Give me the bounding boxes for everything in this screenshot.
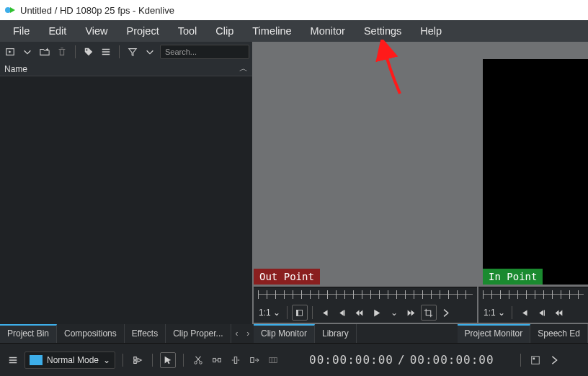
- timeline-toolbar: Normal Mode ⌄ 00:00:00:00 / 00:00:00:00: [0, 343, 588, 376]
- crop-icon[interactable]: [421, 305, 437, 321]
- menu-monitor[interactable]: Monitor: [302, 22, 354, 40]
- prev-frame-icon[interactable]: [334, 305, 350, 321]
- extract-icon[interactable]: [266, 353, 280, 367]
- tab-speech-editor[interactable]: Speech Ed: [530, 324, 588, 343]
- timeline-position[interactable]: 00:00:00:00: [309, 353, 393, 367]
- bin-column-header[interactable]: Name ︿: [0, 62, 252, 76]
- mode-swatch-icon: [30, 355, 43, 365]
- project-monitor-view[interactable]: In Point: [478, 42, 588, 287]
- in-point-marker: In Point: [483, 269, 543, 285]
- chevron-down-icon[interactable]: [20, 45, 35, 59]
- project-monitor-controls: 1:1 ⌄: [478, 303, 588, 324]
- tab-scroll-right-icon[interactable]: ›: [242, 324, 254, 343]
- insert-icon[interactable]: [228, 353, 243, 367]
- svg-rect-10: [218, 358, 221, 362]
- chevron-down-icon[interactable]: ⌄: [386, 305, 402, 321]
- separator: [75, 45, 76, 58]
- hamburger-icon[interactable]: [6, 353, 20, 367]
- list-icon[interactable]: [99, 45, 113, 59]
- svg-rect-12: [251, 357, 254, 362]
- svg-point-7: [195, 361, 197, 364]
- tab-effects[interactable]: Effects: [125, 324, 166, 343]
- project-monitor-panel: In Point 1:1 ⌄: [478, 42, 588, 324]
- filter-icon[interactable]: [125, 45, 140, 59]
- menu-view[interactable]: View: [76, 22, 116, 40]
- menu-tool[interactable]: Tool: [169, 22, 206, 40]
- rewind-icon[interactable]: [352, 305, 368, 321]
- set-in-icon[interactable]: [292, 305, 308, 321]
- edit-mode-dropdown[interactable]: Normal Mode ⌄: [24, 352, 115, 369]
- clip-monitor-view[interactable]: Out Point: [254, 42, 477, 287]
- add-clip-icon[interactable]: [3, 45, 17, 59]
- separator: [520, 354, 521, 367]
- clip-monitor-controls: 1:1 ⌄ ⌄: [254, 303, 477, 324]
- tab-clip-properties[interactable]: Clip Proper...: [166, 324, 231, 343]
- zoom-dropdown[interactable]: 1:1 ⌄: [481, 308, 507, 318]
- svg-rect-14: [531, 356, 539, 364]
- spacer-icon[interactable]: [210, 353, 224, 367]
- select-tool-icon[interactable]: [160, 352, 176, 368]
- separator: [183, 354, 184, 367]
- window-title: Untitled / HD 1080p 25 fps - Kdenlive: [20, 5, 174, 16]
- menu-project[interactable]: Project: [118, 22, 168, 40]
- menu-file[interactable]: File: [4, 22, 38, 40]
- separator: [119, 45, 120, 58]
- rewind-start-icon[interactable]: [517, 305, 533, 321]
- separator: [312, 306, 313, 319]
- chevron-right-icon[interactable]: [438, 305, 454, 321]
- right-tabs: Project Monitor Speech Ed: [458, 324, 588, 343]
- separator: [512, 306, 512, 319]
- svg-point-0: [5, 7, 11, 13]
- timeline-duration: 00:00:00:00: [410, 353, 494, 367]
- tab-scroll-left-icon[interactable]: ‹: [231, 324, 243, 343]
- tab-project-bin[interactable]: Project Bin: [0, 324, 57, 343]
- panel-tabs-row: Project Bin Compositions Effects Clip Pr…: [0, 324, 588, 343]
- bin-toolbar: Search...: [0, 42, 252, 62]
- menu-settings[interactable]: Settings: [355, 22, 410, 40]
- tag-icon[interactable]: [81, 45, 96, 59]
- menu-timeline[interactable]: Timeline: [244, 22, 300, 40]
- overwrite-icon[interactable]: [247, 353, 262, 367]
- separator: [287, 306, 288, 319]
- tab-project-monitor[interactable]: Project Monitor: [458, 324, 531, 343]
- folder-add-icon[interactable]: [37, 45, 52, 59]
- chevron-down-icon[interactable]: [143, 45, 157, 59]
- svg-rect-6: [544, 310, 545, 315]
- bin-body[interactable]: [0, 76, 252, 324]
- layout-icon[interactable]: [528, 353, 543, 367]
- tab-clip-monitor[interactable]: Clip Monitor: [254, 324, 315, 343]
- menubar: File Edit View Project Tool Clip Timelin…: [0, 20, 588, 42]
- project-monitor-ruler[interactable]: [478, 287, 588, 303]
- svg-point-8: [200, 361, 202, 364]
- delete-icon[interactable]: [55, 45, 69, 59]
- prev-frame-icon[interactable]: [534, 305, 550, 321]
- cut-icon[interactable]: [191, 353, 205, 367]
- rewind-start-icon[interactable]: [317, 305, 333, 321]
- play-icon[interactable]: [369, 305, 385, 321]
- zoom-dropdown[interactable]: 1:1 ⌄: [257, 308, 282, 318]
- menu-help[interactable]: Help: [411, 22, 450, 40]
- chevron-right-icon[interactable]: [547, 353, 561, 367]
- mode-label: Normal Mode: [47, 355, 99, 365]
- separator: [152, 354, 153, 367]
- project-bin-panel: Search... Name ︿: [0, 42, 254, 324]
- chevron-down-icon: ⌄: [498, 308, 505, 318]
- out-point-marker: Out Point: [254, 269, 320, 285]
- tab-library[interactable]: Library: [315, 324, 357, 343]
- svg-rect-4: [297, 310, 298, 315]
- mid-tabs: Clip Monitor Library: [254, 324, 458, 343]
- menu-edit[interactable]: Edit: [40, 22, 75, 40]
- app-logo-icon: [4, 4, 16, 16]
- clip-monitor-ruler[interactable]: [254, 287, 477, 303]
- tab-compositions[interactable]: Compositions: [57, 324, 125, 343]
- track-tool-icon[interactable]: [130, 353, 145, 367]
- menu-clip[interactable]: Clip: [207, 22, 242, 40]
- chevron-down-icon: ⌄: [103, 355, 110, 365]
- rewind-icon[interactable]: [551, 305, 567, 321]
- search-input[interactable]: Search...: [160, 45, 249, 59]
- zoom-value: 1:1: [259, 308, 271, 318]
- forward-icon[interactable]: [404, 305, 419, 321]
- svg-rect-15: [533, 357, 535, 359]
- svg-rect-5: [344, 310, 345, 315]
- svg-rect-9: [213, 358, 216, 362]
